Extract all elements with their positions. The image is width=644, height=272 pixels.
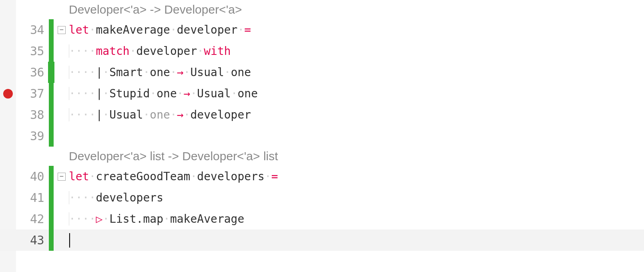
line-number-cell[interactable]: 38 (16, 104, 48, 125)
code-lens-hint[interactable]: Developer<'a> -> Developer<'a> (69, 0, 644, 19)
line-number-cell[interactable]: 43 (16, 230, 48, 251)
identifier: one (150, 66, 170, 79)
identifier: one (237, 87, 258, 100)
identifier: one (231, 66, 251, 79)
code-line[interactable]: ····developers (69, 187, 644, 208)
margin-cell[interactable] (0, 62, 16, 83)
arrow-icon: → (177, 108, 184, 121)
identifier: createGoodTeam (96, 170, 190, 183)
line-number-cell[interactable]: 35 (16, 40, 48, 62)
identifier-unused: one (150, 108, 170, 121)
code-line[interactable]: ····|·Smart·one·→·Usual·one (69, 62, 644, 83)
change-marker (49, 125, 54, 147)
whitespace-indent: ···· (69, 44, 96, 58)
pattern-bar: | (96, 87, 102, 100)
pipe-forward-icon: ▷ (96, 212, 102, 226)
margin-cell[interactable] (0, 19, 16, 40)
fold-column[interactable] (54, 0, 69, 272)
breakpoint-icon[interactable] (3, 89, 13, 99)
constructor: Stupid (109, 87, 150, 100)
identifier: makeAverage (96, 23, 170, 36)
arrow-icon: → (177, 66, 184, 79)
margin-cell[interactable] (0, 166, 16, 187)
code-line[interactable] (69, 125, 644, 147)
code-line[interactable]: ····▷·List.map·makeAverage (69, 208, 644, 230)
code-line[interactable]: let·makeAverage·developer·= (69, 19, 644, 40)
line-number: 36 (30, 65, 44, 79)
change-marker (49, 83, 54, 104)
pattern-bar: | (96, 108, 102, 121)
whitespace-dot: · (89, 23, 96, 36)
code-line[interactable]: ····|·Stupid·one·→·Usual·one (69, 83, 644, 104)
fold-toggle-icon[interactable] (58, 173, 66, 181)
code-line[interactable]: ····|·Usual·one·→·developer (69, 104, 644, 125)
code-line[interactable]: let·createGoodTeam·developers·= (69, 166, 644, 187)
code-area[interactable]: Developer<'a> -> Developer<'a> let·makeA… (69, 0, 644, 272)
change-bar-column (48, 0, 54, 272)
pattern-bar: | (96, 66, 102, 79)
fold-cell[interactable] (54, 166, 69, 187)
change-marker (49, 104, 54, 125)
line-number: 40 (30, 169, 44, 183)
line-number-cell[interactable]: 40 (16, 166, 48, 187)
whitespace-dot: · (170, 23, 177, 36)
line-number: 35 (30, 44, 44, 58)
change-marker (49, 40, 54, 62)
constructor: Smart (109, 66, 143, 79)
code-line-current[interactable] (69, 230, 644, 251)
identifier: developers (96, 191, 163, 204)
line-number-cell[interactable]: 37 (16, 83, 48, 104)
keyword-let: let (69, 23, 89, 36)
identifier: developer (190, 108, 251, 121)
code-lens-text: Developer<'a> list -> Developer<'a> list (69, 149, 278, 163)
margin-cell[interactable] (0, 230, 16, 251)
code-line[interactable]: ····match·developer·with (69, 40, 644, 62)
line-number-cell[interactable]: 34 (16, 19, 48, 40)
fold-toggle-icon[interactable] (58, 26, 66, 34)
identifier: developer (136, 44, 197, 58)
line-number: 38 (30, 108, 44, 122)
line-number: 43 (30, 233, 44, 247)
margin-cell (0, 0, 16, 19)
operator-eq: = (271, 170, 278, 183)
change-marker (49, 187, 54, 208)
identifier: developer (177, 23, 238, 36)
breakpoint-margin[interactable] (0, 0, 16, 272)
whitespace-dot: · (237, 23, 244, 36)
identifier: List.map (109, 212, 163, 226)
line-number-cell[interactable]: 36 (16, 62, 48, 83)
change-marker (49, 208, 54, 230)
change-marker (48, 62, 54, 83)
line-number-cell[interactable]: 42 (16, 208, 48, 230)
margin-cell[interactable] (0, 125, 16, 147)
margin-cell[interactable] (0, 83, 16, 104)
line-number: 41 (30, 191, 44, 205)
identifier: developers (197, 170, 265, 183)
line-number: 42 (30, 212, 44, 226)
identifier: makeAverage (170, 212, 244, 226)
constructor: Usual (190, 66, 224, 79)
keyword-let: let (69, 170, 89, 183)
identifier: one (156, 87, 177, 100)
margin-cell[interactable] (0, 104, 16, 125)
operator-eq: = (244, 23, 251, 36)
change-marker (49, 19, 54, 40)
line-number: 39 (30, 129, 44, 143)
line-number-gutter[interactable]: 34 35 36 37 38 39 40 41 42 43 (16, 0, 48, 272)
margin-cell[interactable] (0, 208, 16, 230)
fold-cell[interactable] (54, 19, 69, 40)
margin-cell[interactable] (0, 187, 16, 208)
line-number-cell[interactable]: 41 (16, 187, 48, 208)
keyword-with: with (204, 44, 231, 58)
margin-cell[interactable] (0, 40, 16, 62)
line-number-cell[interactable]: 39 (16, 125, 48, 147)
code-editor[interactable]: 34 35 36 37 38 39 40 41 42 43 (0, 0, 644, 272)
constructor: Usual (197, 87, 231, 100)
change-marker (49, 230, 54, 251)
arrow-icon: → (184, 87, 191, 100)
keyword-match: match (96, 44, 129, 58)
code-lens-text: Developer<'a> -> Developer<'a> (69, 3, 242, 16)
change-marker (49, 166, 54, 187)
constructor: Usual (109, 108, 143, 121)
code-lens-hint[interactable]: Developer<'a> list -> Developer<'a> list (69, 147, 644, 166)
